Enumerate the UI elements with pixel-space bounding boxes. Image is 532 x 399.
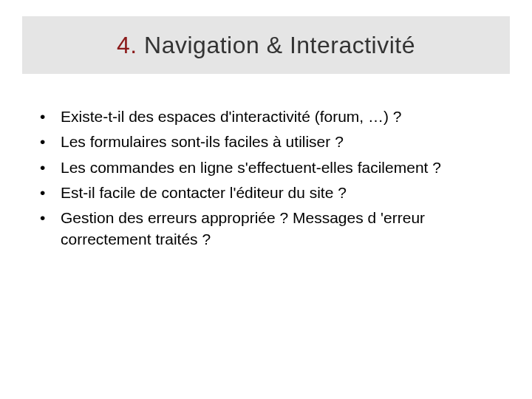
bullet-text: Existe-t-il des espaces d'interactivité … [61,108,402,125]
list-item: Est-il facile de contacter l'éditeur du … [40,183,502,203]
list-item: Gestion des erreurs appropriée ? Message… [40,208,502,250]
bullet-text: Les formulaires sont-ils faciles à utili… [61,133,344,150]
bullet-text: Gestion des erreurs appropriée ? Message… [61,209,425,247]
slide: 4. Navigation & Interactivité Existe-t-i… [0,0,532,399]
title-number: 4. [117,32,137,58]
title-text: Navigation & Interactivité [137,32,415,58]
list-item: Les formulaires sont-ils faciles à utili… [40,132,502,152]
slide-body: Existe-t-il des espaces d'interactivité … [40,106,502,254]
list-item: Les commandes en ligne s'effectuent-elle… [40,157,502,178]
bullet-text: Est-il facile de contacter l'éditeur du … [61,184,347,201]
bullet-text: Les commandes en ligne s'effectuent-elle… [61,159,441,176]
slide-title: 4. Navigation & Interactivité [117,32,415,59]
list-item: Existe-t-il des espaces d'interactivité … [40,106,502,127]
bullet-list: Existe-t-il des espaces d'interactivité … [40,106,502,250]
title-band: 4. Navigation & Interactivité [22,16,510,74]
